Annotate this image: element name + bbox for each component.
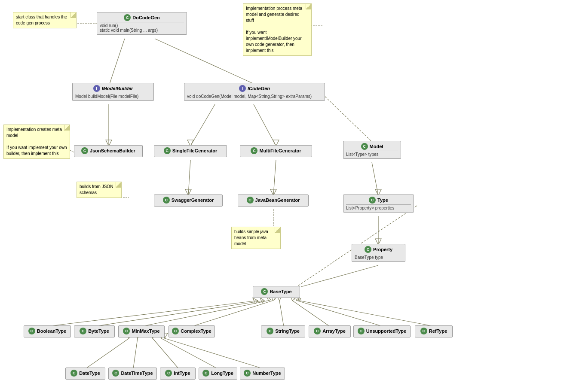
- icon-c-datetype: C: [70, 370, 77, 377]
- class-name-bytetype: ByteType: [88, 328, 109, 334]
- class-bytetype[interactable]: C ByteType: [74, 325, 115, 337]
- svg-line-30: [192, 301, 273, 326]
- svg-marker-27: [260, 298, 264, 303]
- svg-line-46: [161, 338, 217, 368]
- class-name-singlefile: SingleFileGenerator: [172, 148, 218, 153]
- class-jsonschemabuilder[interactable]: C JsonSchemaBuilder: [74, 145, 143, 157]
- class-booleantype[interactable]: C BooleanType: [24, 325, 71, 337]
- icon-c-longtype: C: [202, 370, 209, 377]
- class-name-longtype: LongType: [211, 371, 233, 376]
- class-complextype[interactable]: C ComplexType: [169, 325, 215, 337]
- icon-c-multifile: C: [251, 147, 257, 154]
- class-reftype[interactable]: C RefType: [415, 325, 453, 337]
- svg-line-0: [110, 39, 125, 84]
- class-imodelbuilder[interactable]: I IModelBuilder Model buildModel(File mo…: [72, 83, 154, 101]
- class-name-unsupportedtype: UnsupportedType: [366, 328, 406, 334]
- svg-line-28: [142, 301, 269, 326]
- class-numbertype[interactable]: C NumberType: [240, 368, 285, 380]
- svg-line-16: [273, 160, 276, 195]
- class-name-numbertype: NumberType: [252, 371, 281, 376]
- class-body-type: List<Property> properties: [346, 204, 411, 210]
- icon-c-singlefile: C: [164, 147, 171, 154]
- class-arraytype[interactable]: C ArrayType: [309, 325, 351, 337]
- svg-line-36: [297, 301, 383, 326]
- class-body-icodegen: void doCodeGen(Model model, Map<String,S…: [187, 93, 322, 99]
- class-name-datetimetype: DateTimeType: [121, 371, 153, 376]
- svg-line-18: [372, 162, 378, 195]
- icon-i-imodelbuilder: I: [93, 85, 100, 92]
- icon-c-basetype: C: [261, 288, 268, 295]
- class-type[interactable]: C Type List<Property> properties: [343, 194, 414, 213]
- class-swaggergenerator[interactable]: C SwaggerGenerator: [154, 194, 223, 207]
- class-body-property: BaseType type: [355, 254, 402, 260]
- class-name-basetype: BaseType: [270, 289, 291, 294]
- class-name-stringtype: StringType: [275, 328, 300, 334]
- class-name-type: Type: [377, 198, 388, 203]
- icon-c-datetimetype: C: [112, 370, 119, 377]
- class-name-minmaxtype: MinMaxType: [132, 328, 159, 334]
- svg-line-24: [47, 301, 258, 326]
- class-name-inttype: IntType: [174, 371, 190, 376]
- icon-c-type: C: [369, 197, 376, 204]
- class-name-booleantype: BooleanType: [37, 328, 66, 334]
- class-icodegen[interactable]: I ICodeGen void doCodeGen(Model model, M…: [184, 83, 325, 101]
- svg-line-48: [165, 338, 262, 368]
- svg-line-1: [155, 39, 254, 84]
- class-name-docodegen: DoCodeGen: [132, 15, 160, 20]
- note-javabean: builds simple java beans from meta model: [231, 227, 281, 249]
- svg-line-26: [95, 301, 264, 326]
- note-icodegen: Implementation process meta model and ge…: [243, 3, 312, 56]
- svg-line-32: [279, 301, 284, 326]
- class-javabeangenerator[interactable]: C JavaBeanGenerator: [238, 194, 309, 207]
- svg-line-40: [86, 338, 129, 368]
- class-property[interactable]: C Property BaseType type: [352, 244, 405, 262]
- svg-line-38: [299, 301, 434, 326]
- class-name-jsonschema: JsonSchemaBuilder: [90, 148, 135, 153]
- icon-c-model: C: [361, 143, 368, 150]
- class-datetype[interactable]: C DateType: [65, 368, 105, 380]
- diagram-container: start class that handles the code gen pr…: [0, 0, 567, 392]
- class-longtype[interactable]: C LongType: [199, 368, 237, 380]
- icon-c-unsupportedtype: C: [358, 328, 365, 334]
- icon-c-jsonschema: C: [81, 147, 88, 154]
- class-basetype[interactable]: C BaseType: [253, 286, 300, 298]
- icon-c-arraytype: C: [314, 328, 321, 334]
- class-singlefilegenerator[interactable]: C SingleFileGenerator: [154, 145, 227, 157]
- class-docodegen[interactable]: C DoCodeGen void run() static void main(…: [97, 12, 187, 35]
- class-name-reftype: RefType: [429, 328, 447, 334]
- icon-c-minmaxtype: C: [123, 328, 130, 334]
- class-model[interactable]: C Model List<Type> types: [343, 141, 401, 159]
- class-name-property: Property: [373, 247, 392, 252]
- class-datetimetype[interactable]: C DateTimeType: [108, 368, 157, 380]
- class-name-complextype: ComplexType: [181, 328, 211, 334]
- svg-line-22: [301, 265, 378, 287]
- icon-c-docodegen: C: [124, 14, 131, 21]
- svg-line-42: [133, 338, 138, 368]
- icon-c-reftype: C: [420, 328, 427, 334]
- svg-line-9: [190, 104, 215, 146]
- icon-c-numbertype: C: [244, 370, 251, 377]
- class-name-model: Model: [370, 144, 383, 149]
- icon-c-property: C: [365, 246, 371, 253]
- class-name-icodegen: ICodeGen: [248, 86, 270, 91]
- class-body-model: List<Type> types: [346, 151, 398, 157]
- icon-i-icodegen: I: [239, 85, 246, 92]
- note-jsonschema: builds from JSON schemas: [77, 182, 122, 198]
- class-name-javabean: JavaBeanGenerator: [255, 198, 300, 203]
- svg-line-34: [292, 301, 330, 326]
- icon-c-inttype: C: [165, 370, 172, 377]
- class-body-imodelbuilder: Model buildModel(File modelFile): [75, 93, 151, 99]
- class-inttype[interactable]: C IntType: [160, 368, 196, 380]
- class-name-swagger: SwaggerGenerator: [172, 198, 214, 203]
- icon-c-bytetype: C: [80, 328, 86, 334]
- svg-line-13: [322, 94, 372, 142]
- class-multifilegenerator[interactable]: C MultiFileGenerator: [240, 145, 312, 157]
- icon-c-swagger: C: [163, 197, 170, 204]
- svg-line-14: [188, 160, 190, 195]
- icon-c-booleantype: C: [28, 328, 35, 334]
- class-minmaxtype[interactable]: C MinMaxType: [118, 325, 165, 337]
- class-stringtype[interactable]: C StringType: [261, 325, 305, 337]
- svg-marker-25: [253, 298, 258, 304]
- class-unsupportedtype[interactable]: C UnsupportedType: [353, 325, 411, 337]
- note-docodegen: start class that handles the code gen pr…: [13, 12, 77, 28]
